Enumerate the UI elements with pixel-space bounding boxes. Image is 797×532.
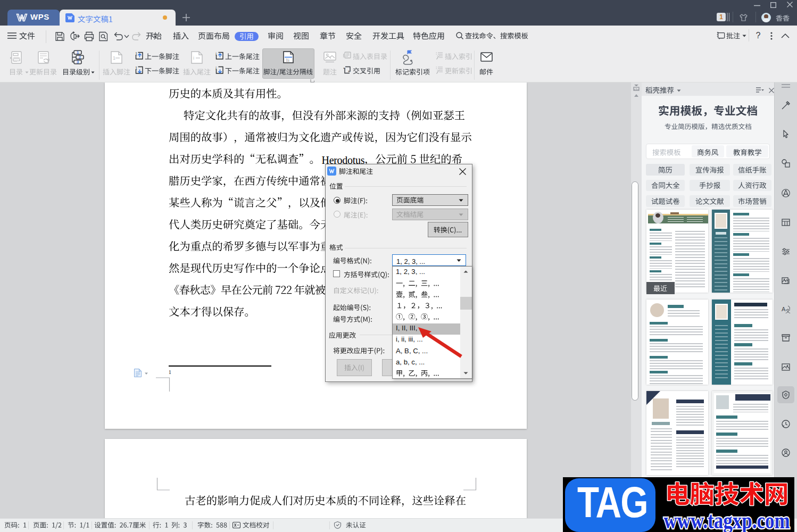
svg-text:1: 1: [77, 50, 79, 55]
svg-text:2: 2: [79, 55, 81, 60]
svg-text:i: i: [215, 52, 217, 56]
svg-text:1i: 1i: [286, 57, 290, 63]
svg-text:3: 3: [77, 60, 79, 64]
svg-text:1: 1: [113, 55, 115, 61]
svg-text:1: 1: [135, 52, 137, 56]
svg-text:i: i: [215, 66, 217, 71]
svg-text:A: A: [782, 306, 786, 312]
svg-text:”: ”: [348, 70, 351, 75]
svg-text:": ": [345, 55, 346, 59]
svg-text:i: i: [193, 55, 194, 61]
svg-text:1: 1: [135, 66, 137, 71]
svg-text:“: “: [343, 66, 346, 72]
